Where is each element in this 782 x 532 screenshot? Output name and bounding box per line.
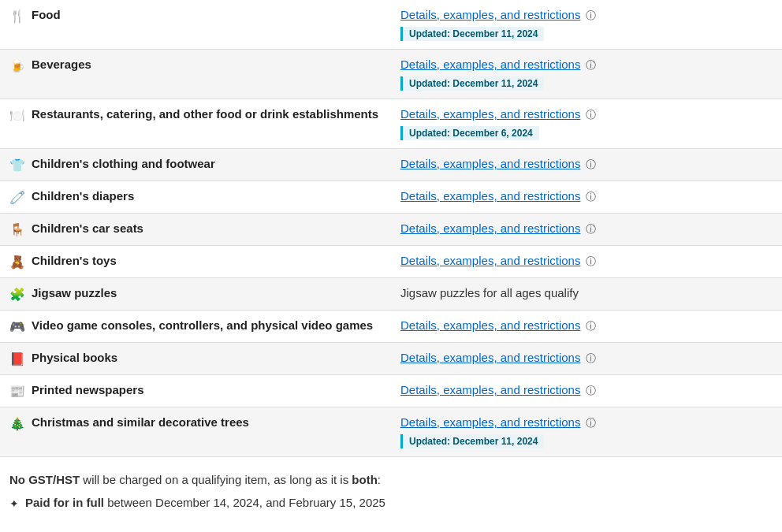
video-games-details-link[interactable]: Details, examples, and restrictions [400,318,580,332]
item-label: 📰Printed newspapers [9,383,382,399]
video-games-label: Video game consoles, controllers, and ph… [32,318,373,332]
childrens-clothing-icon: 👕 [9,158,25,173]
physical-books-info-icon[interactable]: ⓘ [583,352,596,364]
item-detail-cell: Jigsaw puzzles for all ages qualify [391,278,782,311]
jigsaw-puzzles-plain-text: Jigsaw puzzles for all ages qualify [400,286,579,299]
item-detail-cell: Details, examples, and restrictions ⓘ [391,375,782,407]
christmas-trees-label: Christmas and similar decorative trees [32,415,249,429]
physical-books-icon: 📕 [9,352,25,366]
item-label: 🪑Children's car seats [9,221,382,237]
childrens-diapers-info-icon[interactable]: ⓘ [583,191,596,203]
childrens-diapers-label: Children's diapers [32,189,134,203]
christmas-trees-info-icon[interactable]: ⓘ [583,417,596,429]
printed-newspapers-label: Printed newspapers [32,383,144,396]
item-label-cell: 📕Physical books [0,343,391,375]
item-detail-cell: Details, examples, and restrictions ⓘUpd… [391,99,782,149]
table-row: 🍺BeveragesDetails, examples, and restric… [0,50,782,99]
beverages-update-badge: Updated: December 11, 2024 [400,76,544,91]
table-row: 🎮Video game consoles, controllers, and p… [0,311,782,343]
childrens-car-seats-info-icon[interactable]: ⓘ [583,223,596,235]
table-row: 🎄Christmas and similar decorative treesD… [0,407,782,457]
food-icon: 🍴 [9,9,25,24]
item-label: 🧸Children's toys [9,254,382,270]
item-label-cell: 🎄Christmas and similar decorative trees [0,407,391,457]
details-cell: Details, examples, and restrictions ⓘ [400,383,773,398]
childrens-diapers-icon: 🧷 [9,190,25,205]
details-cell: Details, examples, and restrictions ⓘ [400,157,773,172]
childrens-clothing-info-icon[interactable]: ⓘ [583,158,596,170]
item-label: 🧩Jigsaw puzzles [9,286,382,302]
restaurants-icon: 🍽️ [9,108,25,123]
details-cell: Details, examples, and restrictions ⓘ [400,254,773,269]
childrens-car-seats-label: Children's car seats [32,221,143,235]
restaurants-info-icon[interactable]: ⓘ [583,109,596,121]
item-label: 🎮Video game consoles, controllers, and p… [9,318,382,334]
food-update-badge: Updated: December 11, 2024 [400,27,544,41]
item-label-cell: 🍺Beverages [0,50,391,99]
item-label-cell: 🍽️Restaurants, catering, and other food … [0,99,391,149]
christmas-trees-icon: 🎄 [9,416,25,431]
printed-newspapers-details-link[interactable]: Details, examples, and restrictions [400,383,580,396]
restaurants-label: Restaurants, catering, and other food or… [32,107,378,121]
item-label-cell: 👕Children's clothing and footwear [0,149,391,181]
table-row: 🍽️Restaurants, catering, and other food … [0,99,782,149]
item-detail-cell: Details, examples, and restrictions ⓘ [391,343,782,375]
table-row: 🧩Jigsaw puzzlesJigsaw puzzles for all ag… [0,278,782,311]
christmas-trees-update-badge: Updated: December 11, 2024 [400,434,544,448]
physical-books-details-link[interactable]: Details, examples, and restrictions [400,351,580,364]
item-label-cell: 🧩Jigsaw puzzles [0,278,391,311]
item-label-cell: 🎮Video game consoles, controllers, and p… [0,311,391,343]
childrens-diapers-details-link[interactable]: Details, examples, and restrictions [400,189,580,203]
table-row: 👕Children's clothing and footwearDetails… [0,149,782,181]
table-row: 🧷Children's diapersDetails, examples, an… [0,181,782,214]
childrens-toys-label: Children's toys [32,254,117,267]
table-row: 📕Physical booksDetails, examples, and re… [0,343,782,375]
video-games-info-icon[interactable]: ⓘ [583,320,596,332]
christmas-trees-details-link[interactable]: Details, examples, and restrictions [400,415,580,429]
item-detail-cell: Details, examples, and restrictions ⓘUpd… [391,407,782,457]
printed-newspapers-info-icon[interactable]: ⓘ [583,385,596,396]
childrens-car-seats-details-link[interactable]: Details, examples, and restrictions [400,221,580,235]
childrens-clothing-label: Children's clothing and footwear [32,157,215,170]
restaurants-details-link[interactable]: Details, examples, and restrictions [400,107,580,121]
printed-newspapers-icon: 📰 [9,384,25,399]
table-row: 🧸Children's toysDetails, examples, and r… [0,246,782,278]
food-info-icon[interactable]: ⓘ [583,9,596,21]
video-games-icon: 🎮 [9,319,25,334]
childrens-toys-info-icon[interactable]: ⓘ [583,255,596,267]
paid-in-full-label: Paid for in full [25,496,104,509]
item-label: 🍴Food [9,8,382,24]
food-label: Food [32,8,61,21]
item-detail-cell: Details, examples, and restrictions ⓘ [391,181,782,214]
childrens-toys-details-link[interactable]: Details, examples, and restrictions [400,254,580,267]
food-details-link[interactable]: Details, examples, and restrictions [400,8,580,21]
table-row: 📰Printed newspapersDetails, examples, an… [0,375,782,407]
details-cell: Details, examples, and restrictions ⓘ [400,351,773,366]
bottom-note: No GST/HST will be charged on a qualifyi… [0,457,782,493]
item-detail-cell: Details, examples, and restrictions ⓘ [391,246,782,278]
beverages-info-icon[interactable]: ⓘ [583,59,596,71]
childrens-toys-icon: 🧸 [9,255,25,270]
jigsaw-puzzles-label: Jigsaw puzzles [32,286,117,299]
item-detail-cell: Details, examples, and restrictions ⓘUpd… [391,0,782,50]
beverages-label: Beverages [32,58,91,71]
table-row: 🍴FoodDetails, examples, and restrictions… [0,0,782,50]
details-cell: Details, examples, and restrictions ⓘUpd… [400,58,773,91]
details-cell: Details, examples, and restrictions ⓘ [400,318,773,333]
jigsaw-puzzles-icon: 🧩 [9,287,25,302]
beverages-details-link[interactable]: Details, examples, and restrictions [400,58,580,71]
gst-hst-label: No GST/HST [9,473,80,486]
item-label: 🍽️Restaurants, catering, and other food … [9,107,382,123]
item-label: 🧷Children's diapers [9,189,382,205]
bottom-note-middle: will be charged on a qualifying item, as… [80,473,352,486]
item-label-cell: 📰Printed newspapers [0,375,391,407]
table-row: 🪑Children's car seatsDetails, examples, … [0,214,782,246]
colon: : [378,473,381,486]
childrens-clothing-details-link[interactable]: Details, examples, and restrictions [400,157,580,170]
item-label: 👕Children's clothing and footwear [9,157,382,173]
details-cell: Details, examples, and restrictions ⓘ [400,189,773,204]
item-detail-cell: Details, examples, and restrictions ⓘ [391,149,782,181]
both-label: both [352,473,377,486]
item-label-cell: 🧷Children's diapers [0,181,391,214]
restaurants-update-badge: Updated: December 6, 2024 [400,126,539,140]
